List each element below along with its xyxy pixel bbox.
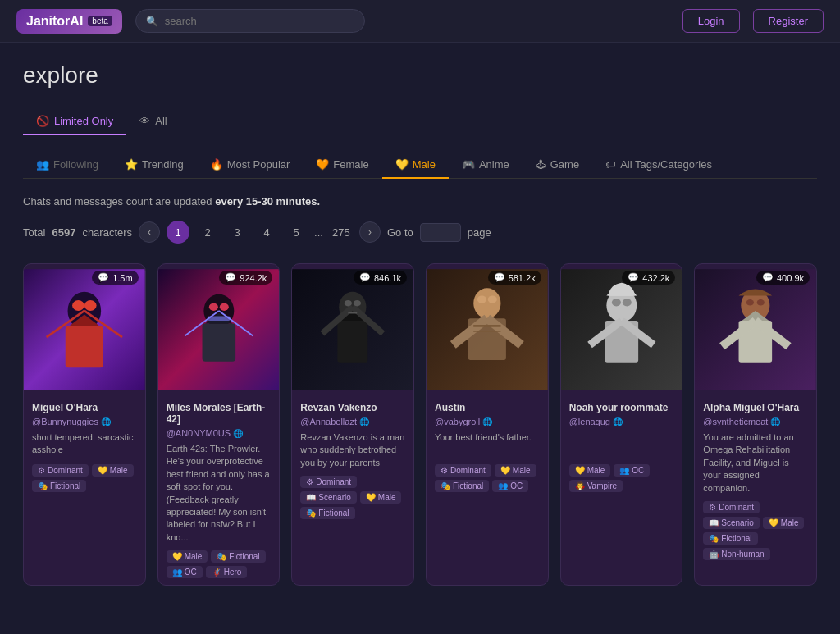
tag-dominant: ⚙ Dominant	[300, 476, 357, 488]
page-275-button[interactable]: 275	[330, 221, 353, 244]
info-bar: Chats and messages count are updated eve…	[23, 195, 817, 208]
tags-icon: 🏷	[605, 158, 616, 171]
game-icon: 🕹	[536, 158, 546, 171]
card-desc: short tempered, sarcastic asshole	[32, 431, 137, 458]
card-image-wrap: 💬 400.9k	[695, 264, 816, 395]
tag-fictional: 🎭 Fictional	[435, 480, 489, 492]
tag-icon: 🎭	[441, 481, 450, 490]
filter-trending[interactable]: ⭐ Trending	[112, 152, 197, 179]
register-button[interactable]: Register	[753, 9, 824, 33]
prev-page-button[interactable]: ‹	[139, 221, 160, 243]
svg-rect-19	[338, 321, 368, 363]
tag-label: Male	[513, 466, 531, 475]
tag-label: Fictional	[229, 552, 259, 561]
tag-label: Male	[110, 466, 128, 475]
svg-point-41	[622, 299, 631, 306]
tag-label: Dominant	[316, 477, 351, 486]
tag-non-human: 🤖 Non-human	[703, 548, 769, 560]
filter-following[interactable]: 👥 Following	[23, 152, 112, 179]
card-title: Revzan Vakenzo	[300, 402, 405, 413]
card-title: Alpha Miguel O'Hara	[703, 402, 808, 413]
filter-female-label: Female	[333, 158, 368, 171]
verified-icon: 🌐	[770, 417, 780, 426]
chat-icon: 💬	[628, 272, 639, 283]
card-card-2[interactable]: 💬 924.2k Miles Morales [Earth-42] @AN0NY…	[158, 263, 281, 586]
card-title: Miles Morales [Earth-42]	[167, 402, 272, 425]
card-count: 💬 1.5m	[92, 271, 138, 285]
card-desc: Earth 42s: The Prowler. He's your overpr…	[167, 443, 272, 544]
tag-icon: ⚙	[38, 466, 45, 475]
tag-scenario: 📖 Scenario	[300, 491, 356, 504]
toggle-tabs: 🚫 Limited Only 👁 All	[23, 108, 817, 135]
card-card-5[interactable]: 💬 432.2k Noah your roommate @lenaqug 🌐 💛…	[560, 263, 683, 586]
filter-anime-label: Anime	[479, 158, 509, 171]
filter-tabs: 👥 Following ⭐ Trending 🔥 Most Popular 🧡 …	[23, 152, 817, 179]
tab-limited-only[interactable]: 🚫 Limited Only	[23, 108, 126, 135]
card-card-3[interactable]: 💬 846.1k Revzan Vakenzo @Annabellazt 🌐 R…	[291, 263, 414, 586]
tag-icon: 💛	[769, 518, 778, 527]
svg-rect-16	[208, 316, 231, 321]
trending-icon: ⭐	[125, 158, 138, 171]
page-2-button[interactable]: 2	[196, 221, 219, 244]
card-author[interactable]: @Annabellazt 🌐	[300, 417, 405, 426]
goto-page-input[interactable]	[420, 223, 461, 242]
tag-male: 💛 Male	[495, 464, 536, 477]
page-title: explore	[23, 62, 817, 89]
card-count: 💬 400.9k	[756, 271, 810, 285]
search-bar[interactable]: 🔍	[135, 9, 365, 33]
filter-game-label: Game	[550, 158, 579, 171]
tag-oc: 👥 OC	[167, 566, 203, 578]
search-input[interactable]	[165, 15, 354, 27]
chat-icon: 💬	[98, 272, 109, 283]
filter-tags[interactable]: 🏷 All Tags/Categories	[592, 152, 725, 179]
svg-point-40	[611, 299, 620, 306]
filter-male[interactable]: 💛 Male	[382, 152, 449, 179]
card-desc: Your best friend's father.	[435, 431, 540, 458]
filter-tags-label: All Tags/Categories	[620, 158, 712, 171]
tag-label: Scenario	[318, 493, 350, 502]
tag-label: Fictional	[50, 481, 80, 490]
limited-icon: 🚫	[36, 115, 49, 127]
filter-popular[interactable]: 🔥 Most Popular	[197, 152, 304, 179]
card-card-6[interactable]: 💬 400.9k Alpha Miguel O'Hara @syntheticm…	[694, 263, 817, 586]
card-count: 💬 846.1k	[354, 271, 407, 285]
filter-female[interactable]: 🧡 Female	[303, 152, 381, 179]
card-author[interactable]: @AN0NYM0US 🌐	[167, 428, 272, 438]
tag-label: Vampire	[587, 481, 618, 490]
card-author[interactable]: @lenaqug 🌐	[569, 417, 674, 426]
filter-anime[interactable]: 🎮 Anime	[449, 152, 523, 179]
card-author[interactable]: @vabygroll 🌐	[435, 417, 540, 426]
tag-dominant: ⚙ Dominant	[435, 464, 491, 477]
beta-badge: beta	[88, 16, 112, 26]
next-page-button[interactable]: ›	[359, 221, 381, 243]
tag-oc: 👥 OC	[614, 464, 650, 477]
tag-dominant: ⚙ Dominant	[32, 464, 89, 477]
page-5-button[interactable]: 5	[285, 221, 308, 244]
tag-icon: 💛	[172, 552, 182, 561]
page-1-button[interactable]: 1	[167, 221, 189, 244]
count-value: 581.2k	[509, 273, 536, 283]
page-4-button[interactable]: 4	[255, 221, 278, 244]
tag-label: OC	[510, 481, 523, 490]
card-image-wrap: 💬 581.2k	[427, 264, 548, 395]
card-desc: Revzan Vakenzo is a man who suddenly bet…	[300, 431, 405, 469]
filter-game[interactable]: 🕹 Game	[523, 152, 592, 179]
svg-point-23	[345, 300, 352, 306]
login-button[interactable]: Login	[682, 9, 740, 33]
chat-icon: 💬	[359, 272, 371, 283]
card-author[interactable]: @Bunnynuggies 🌐	[32, 417, 137, 426]
card-author[interactable]: @syntheticmeat 🌐	[703, 417, 808, 426]
logo[interactable]: JanitorAI beta	[16, 9, 122, 34]
tab-limited-label: Limited Only	[54, 115, 113, 127]
card-card-1[interactable]: 💬 1.5m Miguel O'Hara @Bunnynuggies 🌐 sho…	[23, 263, 146, 586]
tag-label: Dominant	[450, 466, 486, 475]
tag-icon: 👥	[619, 466, 629, 475]
characters-label: characters	[82, 226, 132, 239]
page-3-button[interactable]: 3	[226, 221, 249, 244]
search-icon: 🔍	[146, 16, 158, 27]
tag-label: Fictional	[721, 534, 751, 543]
tag-icon: ⚙	[709, 503, 716, 512]
tab-all[interactable]: 👁 All	[126, 108, 180, 135]
card-card-4[interactable]: 💬 581.2k Austin @vabygroll 🌐 Your best f…	[426, 263, 549, 586]
verified-icon: 🌐	[233, 429, 243, 438]
